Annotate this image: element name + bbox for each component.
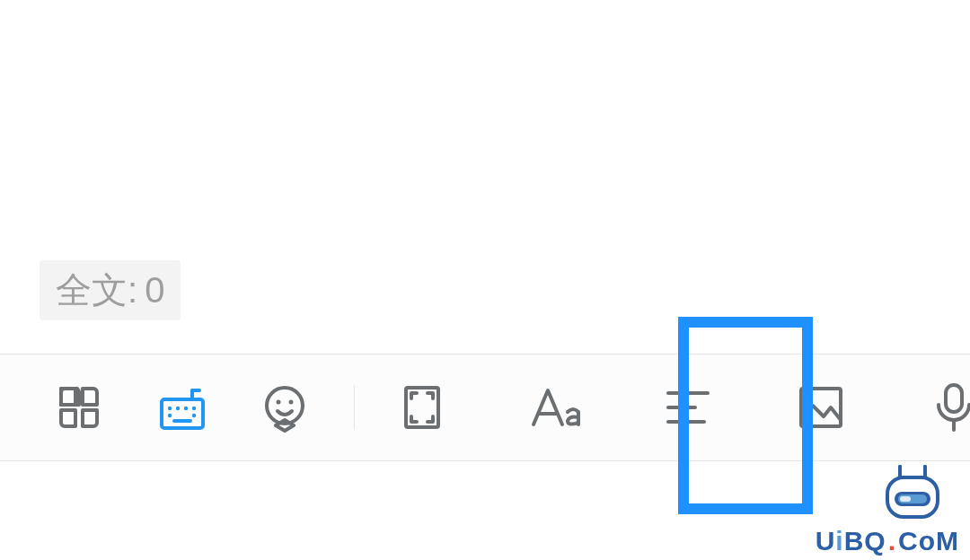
image-icon <box>797 384 845 431</box>
svg-rect-30 <box>900 496 911 502</box>
mic-button[interactable] <box>913 367 970 448</box>
svg-point-26 <box>898 465 902 468</box>
watermark-seg2: BQ <box>844 526 886 556</box>
svg-point-3 <box>168 407 172 410</box>
watermark-i: i <box>835 526 843 556</box>
word-count-badge: 全文: 0 <box>40 260 181 320</box>
watermark-seg3: CoM <box>898 526 959 556</box>
keyboard-icon <box>156 381 208 433</box>
mic-icon <box>933 381 970 433</box>
editor-toolbar <box>0 354 970 461</box>
svg-rect-0 <box>162 399 203 428</box>
word-count-value: 0 <box>145 270 164 311</box>
keyboard-button[interactable] <box>142 367 223 448</box>
font-button[interactable] <box>515 367 595 448</box>
apps-icon <box>56 383 104 432</box>
svg-rect-18 <box>801 389 841 426</box>
fullscreen-button[interactable] <box>382 367 463 448</box>
svg-point-12 <box>289 400 294 405</box>
toolbar-divider <box>354 385 355 430</box>
svg-point-7 <box>168 414 172 417</box>
svg-point-8 <box>192 414 196 417</box>
svg-rect-19 <box>946 385 962 412</box>
apps-button[interactable] <box>40 367 120 448</box>
watermark-seg1: U <box>816 526 836 556</box>
assistant-button[interactable] <box>244 367 325 448</box>
watermark: UiBQ.CoM <box>816 526 959 556</box>
font-icon <box>528 383 582 432</box>
assistant-icon <box>260 382 310 433</box>
align-button[interactable] <box>648 367 728 448</box>
svg-point-5 <box>184 407 188 410</box>
image-button[interactable] <box>780 367 861 448</box>
svg-point-6 <box>192 407 196 410</box>
svg-point-27 <box>923 465 927 468</box>
fullscreen-icon <box>401 382 444 433</box>
align-icon <box>665 388 711 427</box>
watermark-dot1: . <box>886 526 898 556</box>
mascot-icon <box>880 465 945 522</box>
word-count-label: 全文: <box>56 266 137 315</box>
svg-point-11 <box>277 400 281 405</box>
svg-point-4 <box>176 407 180 410</box>
